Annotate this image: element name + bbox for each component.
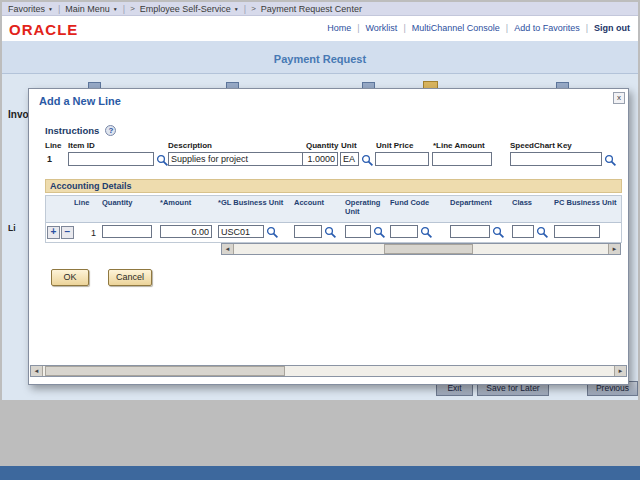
accounting-grid: Line Quantity *Amount *GL Business Unit … [45, 195, 622, 243]
separator: | [403, 23, 405, 33]
breadcrumb: Favorites ▼ | Main Menu ▼ | > Employee S… [2, 2, 638, 16]
separator: | [123, 4, 125, 14]
operating-unit-lookup-icon[interactable] [373, 225, 386, 238]
page-title: Payment Request [2, 41, 638, 65]
separator: | [586, 23, 588, 33]
bottom-status-bar [0, 466, 640, 480]
accounting-grid-row: + − 1 [46, 223, 621, 242]
worklist-link[interactable]: Worklist [366, 23, 398, 33]
department-lookup-icon[interactable] [492, 225, 505, 238]
multichannel-console-link[interactable]: MultiChannel Console [412, 23, 500, 33]
speedchart-key-field[interactable] [510, 152, 602, 166]
column-header-department: Department [450, 199, 502, 208]
breadcrumb-item-main-menu[interactable]: Main Menu ▼ [65, 4, 117, 14]
column-header-line: Line [74, 199, 98, 208]
separator: | [506, 23, 508, 33]
add-row-button[interactable]: + [47, 226, 60, 239]
instructions-label: Instructions [45, 125, 99, 136]
row-operating-unit-field[interactable] [345, 225, 371, 238]
home-link[interactable]: Home [327, 23, 351, 33]
app-header: ORACLE Home | Worklist | MultiChannel Co… [2, 16, 638, 41]
row-class-field[interactable] [512, 225, 534, 238]
add-new-line-dialog: Add a New Line x Instructions ? Line Ite… [28, 88, 629, 385]
row-pc-business-unit-field[interactable] [554, 225, 600, 238]
separator: | [58, 4, 60, 14]
scroll-thumb[interactable] [384, 244, 474, 254]
row-quantity-field[interactable] [102, 225, 152, 238]
scroll-track[interactable] [43, 366, 614, 376]
chevron-down-icon: ▼ [48, 6, 53, 12]
scroll-track[interactable] [234, 244, 608, 254]
ok-button[interactable]: OK [51, 269, 89, 286]
breadcrumb-item-favorites[interactable]: Favorites ▼ [8, 4, 53, 14]
description-label: Description [168, 141, 212, 150]
remove-row-button[interactable]: − [61, 226, 74, 239]
column-header-amount: *Amount [160, 199, 212, 208]
instructions-row: Instructions ? [45, 125, 116, 136]
scroll-left-icon: ◄ [34, 368, 40, 374]
row-fund-code-field[interactable] [390, 225, 418, 238]
column-header-class: Class [512, 199, 548, 208]
fund-code-lookup-icon[interactable] [420, 225, 433, 238]
accounting-grid-hscrollbar[interactable]: ◄ ► [221, 243, 621, 255]
item-id-label: Item ID [68, 141, 95, 150]
scroll-thumb[interactable] [45, 366, 285, 376]
column-header-account: Account [294, 199, 338, 208]
line-label: Line [45, 141, 61, 150]
class-lookup-icon[interactable] [536, 225, 549, 238]
sign-out-link[interactable]: Sign out [594, 23, 630, 33]
unit-lookup-icon[interactable] [361, 153, 374, 166]
breadcrumb-label: Main Menu [65, 4, 110, 14]
accounting-grid-header: Line Quantity *Amount *GL Business Unit … [46, 196, 621, 223]
page-title-band: Payment Request [2, 41, 638, 74]
breadcrumb-item-payment-request-center[interactable]: Payment Request Center [261, 4, 362, 14]
unit-label: Unit [341, 141, 357, 150]
column-header-fund-code: Fund Code [390, 199, 438, 208]
chevron-down-icon: ▼ [234, 6, 239, 12]
breadcrumb-arrow-icon: > [130, 4, 135, 13]
dialog-title: Add a New Line [39, 95, 121, 107]
separator: | [357, 23, 359, 33]
breadcrumb-label: Employee Self-Service [140, 4, 231, 14]
scroll-left-icon: ◄ [225, 246, 231, 252]
line-amount-field[interactable] [432, 152, 492, 166]
scroll-right-icon: ► [612, 246, 618, 252]
dialog-hscrollbar[interactable]: ◄ ► [30, 365, 627, 377]
scroll-right-button[interactable]: ► [614, 366, 626, 376]
unit-price-label: Unit Price [376, 141, 413, 150]
oracle-logo: ORACLE [9, 21, 78, 38]
line-number-value: 1 [47, 154, 52, 164]
speedchart-key-label: SpeedChart Key [510, 141, 572, 150]
gl-business-unit-lookup-icon[interactable] [266, 225, 279, 238]
speedchart-lookup-icon[interactable] [604, 153, 617, 166]
header-links: Home | Worklist | MultiChannel Console |… [327, 23, 630, 33]
separator: | [244, 4, 246, 14]
breadcrumb-label: Favorites [8, 4, 45, 14]
row-gl-business-unit-field[interactable] [218, 225, 264, 238]
unit-field[interactable] [340, 152, 359, 166]
column-header-pc-business-unit: PC Business Unit [554, 199, 622, 208]
help-icon[interactable]: ? [105, 125, 116, 136]
column-header-gl-business-unit: *GL Business Unit [218, 199, 290, 208]
breadcrumb-arrow-icon: > [251, 4, 256, 13]
breadcrumb-item-employee-self-service[interactable]: Employee Self-Service ▼ [140, 4, 239, 14]
close-icon[interactable]: x [613, 92, 625, 104]
scroll-left-button[interactable]: ◄ [222, 244, 234, 254]
quantity-label: Quantity [306, 141, 338, 150]
account-lookup-icon[interactable] [324, 225, 337, 238]
row-account-field[interactable] [294, 225, 322, 238]
scroll-left-button[interactable]: ◄ [31, 366, 43, 376]
line-label-fragment: Li [8, 223, 21, 233]
row-line-number: 1 [74, 228, 96, 238]
breadcrumb-label: Payment Request Center [261, 4, 362, 14]
description-field[interactable] [168, 152, 304, 166]
quantity-field[interactable] [302, 152, 338, 166]
unit-price-field[interactable] [375, 152, 429, 166]
item-id-field[interactable] [68, 152, 154, 166]
row-department-field[interactable] [450, 225, 490, 238]
row-amount-field[interactable] [160, 225, 212, 238]
chevron-down-icon: ▼ [113, 6, 118, 12]
cancel-button[interactable]: Cancel [108, 269, 152, 286]
add-to-favorites-link[interactable]: Add to Favorites [514, 23, 580, 33]
scroll-right-button[interactable]: ► [608, 244, 620, 254]
